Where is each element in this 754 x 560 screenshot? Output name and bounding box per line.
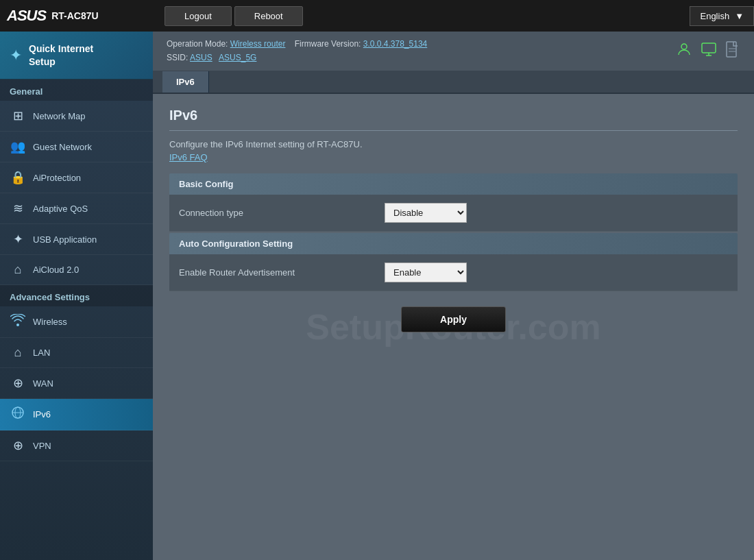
sidebar-item-vpn[interactable]: ⊕ VPN — [0, 430, 153, 461]
tab-ipv6[interactable]: IPv6 — [162, 71, 209, 93]
logout-button[interactable]: Logout — [165, 6, 232, 26]
router-advertisement-label: Enable Router Advertisement — [179, 267, 385, 278]
quick-setup-icon: ✦ — [10, 47, 22, 64]
lan-icon: ⌂ — [10, 345, 26, 360]
asus-logo: ASUS — [7, 7, 46, 25]
info-right — [676, 41, 740, 61]
ssid-label: SSID: — [167, 53, 188, 62]
basic-config-section: Basic Config Connection type Disable Ena… — [169, 173, 738, 232]
page-title: IPv6 — [169, 108, 738, 123]
model-name: RT-AC87U — [51, 10, 98, 21]
sidebar-item-aiprotection[interactable]: 🔒 AiProtection — [0, 162, 153, 193]
info-bar: Operation Mode: Wireless router Firmware… — [153, 32, 754, 71]
wireless-icon — [10, 314, 26, 330]
connection-type-select[interactable]: Disable Enable — [385, 203, 467, 223]
op-mode-label: Operation Mode: — [167, 39, 228, 49]
ssid-2g[interactable]: ASUS — [190, 53, 212, 62]
sidebar-item-ipv6[interactable]: IPv6 — [0, 399, 153, 430]
apply-button-row: Apply — [169, 293, 738, 346]
network-map-icon: ⊞ — [10, 108, 26, 123]
svg-rect-4 — [702, 43, 716, 53]
sidebar-item-guest-network[interactable]: 👥 Guest Network — [0, 132, 153, 162]
op-mode-value[interactable]: Wireless router — [230, 39, 286, 49]
sidebar-item-network-map[interactable]: ⊞ Network Map — [0, 101, 153, 132]
sidebar-item-label: LAN — [33, 348, 50, 358]
logo-area: ASUS RT-AC87U — [7, 7, 165, 25]
sidebar-item-wireless[interactable]: Wireless — [0, 306, 153, 338]
language-arrow-icon: ▼ — [735, 11, 744, 21]
quick-setup-label: Quick InternetSetup — [29, 42, 93, 67]
top-nav: Logout Reboot — [165, 6, 690, 26]
general-section-label: General — [0, 80, 153, 101]
main-content: SetupRouter.com IPv6 Configure the IPv6 … — [153, 94, 754, 560]
svg-point-3 — [681, 44, 687, 49]
ssid-5g[interactable]: ASUS_5G — [219, 53, 256, 62]
connection-type-control: Disable Enable — [385, 203, 728, 223]
top-bar: ASUS RT-AC87U Logout Reboot English ▼ — [0, 0, 754, 32]
sidebar-item-label: AiProtection — [33, 173, 81, 183]
fw-label: Firmware Version: — [295, 39, 361, 49]
fw-value[interactable]: 3.0.0.4.378_5134 — [363, 39, 427, 49]
sidebar-item-label: Guest Network — [33, 142, 92, 152]
sidebar-item-label: Adaptive QoS — [33, 204, 88, 214]
router-advertisement-control: Enable Disable — [385, 263, 728, 282]
sidebar-item-aicloud[interactable]: ⌂ AiCloud 2.0 — [0, 255, 153, 285]
tab-bar: IPv6 — [153, 71, 754, 94]
adaptive-qos-icon: ≋ — [10, 201, 26, 216]
language-label: English — [700, 11, 729, 21]
sidebar-item-usb-application[interactable]: ✦ USB Application — [0, 224, 153, 255]
vpn-icon: ⊕ — [10, 438, 26, 453]
basic-config-body: Connection type Disable Enable — [169, 195, 738, 232]
sidebar: ✦ Quick InternetSetup General ⊞ Network … — [0, 32, 153, 560]
page-divider — [169, 130, 738, 131]
language-selector[interactable]: English ▼ — [690, 6, 754, 26]
file-icon[interactable] — [725, 41, 740, 61]
aiprotection-icon: 🔒 — [10, 170, 26, 185]
wan-icon: ⊕ — [10, 376, 26, 391]
guest-network-icon: 👥 — [10, 139, 26, 154]
auto-config-body: Enable Router Advertisement Enable Disab… — [169, 254, 738, 291]
sidebar-item-wan[interactable]: ⊕ WAN — [0, 368, 153, 399]
faq-link[interactable]: IPv6 FAQ — [169, 152, 208, 162]
sidebar-item-label: AiCloud 2.0 — [33, 265, 79, 275]
reboot-button[interactable]: Reboot — [234, 6, 303, 26]
quick-internet-setup[interactable]: ✦ Quick InternetSetup — [0, 32, 153, 80]
apply-button[interactable]: Apply — [401, 306, 506, 332]
router-advertisement-row: Enable Router Advertisement Enable Disab… — [169, 254, 738, 291]
content-area: Operation Mode: Wireless router Firmware… — [153, 32, 754, 560]
user-icon[interactable] — [676, 41, 692, 61]
sidebar-item-adaptive-qos[interactable]: ≋ Adaptive QoS — [0, 193, 153, 224]
sidebar-item-label: Wireless — [33, 317, 67, 327]
connection-type-label: Connection type — [179, 208, 385, 218]
ipv6-icon — [10, 406, 26, 422]
auto-config-header: Auto Configuration Setting — [169, 233, 738, 254]
router-advertisement-select[interactable]: Enable Disable — [385, 263, 467, 282]
monitor-icon[interactable] — [701, 41, 717, 61]
sidebar-item-label: USB Application — [33, 234, 97, 245]
usb-application-icon: ✦ — [10, 232, 26, 247]
advanced-section-label: Advanced Settings — [0, 285, 153, 306]
sidebar-item-label: WAN — [33, 378, 53, 389]
auto-config-section: Auto Configuration Setting Enable Router… — [169, 233, 738, 291]
connection-type-row: Connection type Disable Enable — [169, 195, 738, 232]
sidebar-item-label: IPv6 — [33, 409, 51, 419]
sidebar-item-label: VPN — [33, 441, 51, 451]
page-description: Configure the IPv6 Internet setting of R… — [169, 139, 738, 149]
main-layout: ✦ Quick InternetSetup General ⊞ Network … — [0, 32, 754, 560]
sidebar-item-lan[interactable]: ⌂ LAN — [0, 338, 153, 368]
basic-config-header: Basic Config — [169, 173, 738, 195]
aicloud-icon: ⌂ — [10, 263, 26, 277]
sidebar-item-label: Network Map — [33, 111, 86, 121]
svg-rect-7 — [727, 42, 736, 57]
info-left: Operation Mode: Wireless router Firmware… — [167, 37, 427, 65]
